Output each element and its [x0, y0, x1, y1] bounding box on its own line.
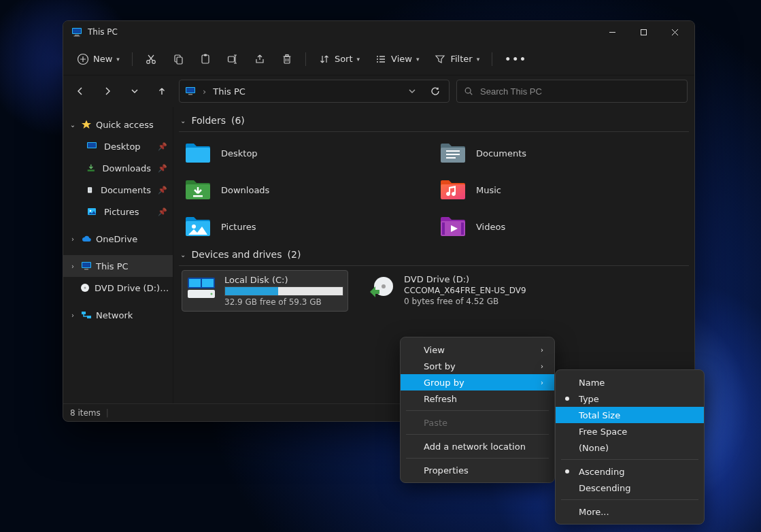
svg-point-53 [84, 287, 86, 289]
view-button[interactable]: View ▾ [368, 49, 426, 69]
rename-button[interactable] [220, 49, 246, 69]
folder-icon [184, 141, 212, 165]
group-header-folders[interactable]: ⌄ Folders (6) [179, 110, 689, 131]
breadcrumb[interactable]: This PC [213, 86, 246, 97]
svg-rect-2 [75, 35, 79, 36]
paste-button[interactable] [192, 49, 218, 69]
chevron-right-icon: › [541, 363, 543, 370]
sidebar-onedrive[interactable]: › OneDrive [63, 228, 173, 250]
sidebar-item-label: Documents [101, 185, 151, 195]
folder-videos[interactable]: Videos [437, 210, 689, 244]
svg-point-65 [192, 225, 196, 229]
drive-name: Local Disk (C:) [224, 275, 343, 285]
menu-item-ascending[interactable]: Ascending [556, 463, 704, 480]
svg-rect-27 [286, 54, 288, 56]
folder-icon [184, 214, 212, 239]
search-input[interactable] [480, 86, 680, 97]
share-icon [254, 53, 266, 65]
folder-label: Videos [476, 222, 505, 232]
svg-rect-67 [442, 222, 445, 235]
folder-icon [184, 178, 212, 202]
recent-button[interactable] [124, 81, 145, 101]
menu-item-refresh[interactable]: Refresh [401, 390, 554, 407]
sort-button[interactable]: Sort ▾ [311, 49, 367, 69]
window-title: This PC [88, 27, 118, 37]
svg-rect-5 [641, 29, 646, 35]
svg-rect-19 [228, 56, 234, 62]
menu-item-group-by[interactable]: Group by› [401, 374, 554, 390]
share-button[interactable] [247, 49, 273, 69]
drive-dvd-d[interactable]: DVD Drive (D:) CCCOMA_X64FRE_EN-US_DV9 0… [362, 270, 530, 312]
sidebar-this-pc[interactable]: › This PC [63, 255, 173, 277]
search-box[interactable] [456, 80, 688, 103]
cut-icon [145, 53, 157, 65]
menu-item-add-network-location[interactable]: Add a network location [401, 438, 554, 454]
svg-rect-62 [193, 195, 203, 197]
forward-button[interactable] [97, 81, 118, 101]
drive-icon [186, 275, 216, 301]
svg-rect-23 [284, 56, 290, 63]
folder-label: Music [476, 185, 501, 195]
drive-local-c[interactable]: Local Disk (C:) 32.9 GB free of 59.3 GB [182, 270, 348, 312]
trash-icon [281, 53, 293, 65]
ellipsis-icon: ••• [505, 54, 527, 65]
cut-button[interactable] [138, 49, 164, 69]
sidebar-documents[interactable]: Documents 📌 [63, 179, 173, 201]
new-button[interactable]: New ▾ [70, 49, 126, 69]
menu-item-name[interactable]: Name [556, 374, 704, 390]
desktop-icon [86, 141, 97, 152]
more-button[interactable]: ••• [498, 50, 534, 69]
up-button[interactable] [152, 81, 172, 101]
sidebar-pictures[interactable]: Pictures 📌 [63, 201, 173, 222]
svg-marker-39 [82, 120, 91, 129]
paste-icon [199, 53, 212, 65]
svg-rect-68 [461, 222, 464, 235]
nav-row: › This PC [63, 76, 694, 107]
sidebar-network[interactable]: › Network [63, 304, 173, 326]
menu-item-none[interactable]: (None) [556, 439, 704, 456]
star-icon [81, 119, 92, 130]
menu-item-view[interactable]: View› [401, 342, 554, 358]
sidebar-item-label: Downloads [103, 163, 151, 173]
menu-item-type[interactable]: Type [556, 390, 704, 407]
filter-icon [434, 53, 446, 65]
address-bar[interactable]: › This PC [179, 80, 450, 103]
refresh-button[interactable] [427, 81, 443, 101]
sidebar-item-label: Network [96, 310, 133, 320]
close-button[interactable] [659, 21, 690, 43]
folder-music[interactable]: Music [437, 173, 689, 207]
menu-item-descending[interactable]: Descending [556, 480, 704, 496]
folder-downloads[interactable]: Downloads [182, 173, 434, 207]
menu-item-total-size[interactable]: Total Size [556, 407, 704, 423]
sidebar-desktop[interactable]: Desktop 📌 [63, 135, 173, 157]
chevron-down-icon: ▾ [357, 56, 360, 63]
group-label: Devices and drives [191, 249, 282, 260]
folder-label: Desktop [221, 148, 258, 159]
menu-item-sort-by[interactable]: Sort by› [401, 358, 554, 374]
menu-item-more[interactable]: More... [556, 503, 704, 520]
maximize-button[interactable] [628, 21, 659, 43]
svg-rect-51 [84, 269, 88, 270]
folder-desktop[interactable]: Desktop [182, 136, 434, 170]
sidebar-dvd-drive[interactable]: DVD Drive (D:) CCCOMA_X64FRE_EN-US_DV9 [63, 277, 173, 299]
address-dropdown[interactable] [404, 81, 420, 101]
svg-point-48 [90, 210, 92, 212]
minimize-button[interactable] [596, 21, 628, 43]
group-header-drives[interactable]: ⌄ Devices and drives (2) [179, 244, 689, 265]
chevron-right-icon: › [541, 346, 543, 354]
folder-pictures[interactable]: Pictures [182, 210, 434, 244]
svg-rect-1 [73, 29, 81, 33]
sidebar-downloads[interactable]: Downloads 📌 [63, 157, 173, 179]
svg-rect-54 [82, 312, 86, 314]
back-button[interactable] [70, 81, 90, 101]
sidebar-quick-access[interactable]: ⌄ Quick access [63, 114, 173, 135]
menu-item-free-space[interactable]: Free Space [556, 423, 704, 439]
folder-documents[interactable]: Documents [437, 136, 689, 170]
menu-item-properties[interactable]: Properties [401, 462, 554, 478]
delete-button[interactable] [274, 49, 300, 69]
filter-button[interactable]: Filter ▾ [427, 49, 486, 69]
svg-rect-41 [88, 143, 96, 148]
copy-button[interactable] [165, 49, 191, 69]
chevron-right-icon: › [69, 263, 77, 270]
titlebar[interactable]: This PC [63, 21, 694, 43]
